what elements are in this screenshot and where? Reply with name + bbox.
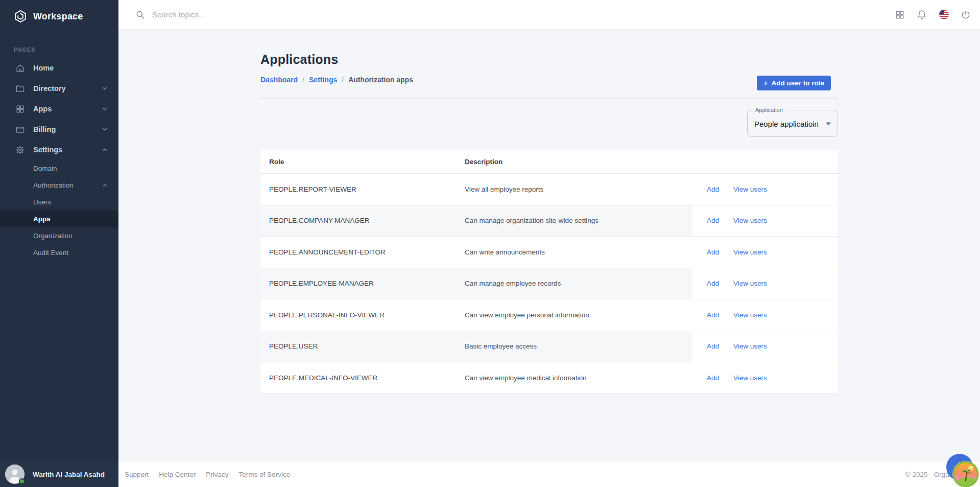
row-actions: Add View users xyxy=(692,174,838,205)
application-select-label: Application xyxy=(753,107,785,113)
hexagon-logo-icon xyxy=(14,10,27,23)
role-cell: PEOPLE.REPORT-VIEWER xyxy=(260,174,465,205)
table-row: PEOPLE.USER Basic employee access Add Vi… xyxy=(260,331,838,363)
language-button[interactable] xyxy=(939,10,949,20)
search-bar xyxy=(135,10,895,19)
add-link[interactable]: Add xyxy=(707,185,719,193)
logout-button[interactable] xyxy=(961,10,971,20)
add-link[interactable]: Add xyxy=(707,374,719,382)
column-header-description: Description xyxy=(465,158,692,166)
row-actions: Add View users xyxy=(692,268,838,299)
row-actions: Add View users xyxy=(692,331,838,362)
search-input[interactable] xyxy=(152,10,367,19)
description-cell: Basic employee access xyxy=(465,331,692,362)
island-sticker-icon[interactable] xyxy=(953,461,978,487)
sidebar-nav: Home Directory Apps Billing xyxy=(0,58,118,261)
description-cell: View all employee reports xyxy=(465,174,692,205)
workspace-logo[interactable]: Workspace xyxy=(0,0,118,31)
workspace-logo-text: Workspace xyxy=(33,11,83,22)
chevron-up-icon xyxy=(101,146,108,153)
footer-link-terms[interactable]: Terms of Service xyxy=(239,471,291,478)
filter-row: Application People applicatioin xyxy=(260,99,838,150)
footer-link-privacy[interactable]: Privacy xyxy=(206,471,228,478)
column-header-role: Role xyxy=(260,158,465,166)
sidebar-subitem-label: Users xyxy=(33,198,51,206)
sidebar: Workspace PAGES Home Directory Apps xyxy=(0,0,118,487)
sidebar-item-label: Apps xyxy=(33,105,52,113)
view-users-link[interactable]: View users xyxy=(733,217,767,224)
description-cell: Can view employee personal information xyxy=(465,299,692,331)
breadcrumb-separator: / xyxy=(342,76,344,84)
sidebar-subitem-organization[interactable]: Organization xyxy=(0,227,118,244)
sidebar-subitem-label: Audit Event xyxy=(33,249,68,257)
description-cell: Can manage employee records xyxy=(465,268,692,299)
breadcrumb-settings[interactable]: Settings xyxy=(309,76,337,84)
role-cell: PEOPLE.COMPANY-MANAGER xyxy=(260,205,465,237)
sidebar-subitem-users[interactable]: Users xyxy=(0,194,118,211)
palm-tree-icon xyxy=(958,467,973,482)
breadcrumb-dashboard[interactable]: Dashboard xyxy=(260,76,298,84)
grid-icon xyxy=(15,104,25,114)
sidebar-item-directory[interactable]: Directory xyxy=(0,78,118,99)
sidebar-subitem-authorization[interactable]: Authorization xyxy=(0,177,118,194)
us-flag-icon xyxy=(939,10,949,19)
description-cell: Can view employee medical information xyxy=(465,362,692,393)
sidebar-item-billing[interactable]: Billing xyxy=(0,119,118,140)
gear-icon xyxy=(15,145,25,155)
sidebar-subitem-apps[interactable]: Apps xyxy=(0,211,118,227)
sidebar-subitem-domain[interactable]: Domain xyxy=(0,160,118,177)
sidebar-item-home[interactable]: Home xyxy=(0,58,118,78)
sidebar-subitem-label: Domain xyxy=(33,165,57,172)
apps-launcher-button[interactable] xyxy=(895,10,905,20)
row-actions: Add View users xyxy=(692,205,838,237)
sidebar-item-settings[interactable]: Settings xyxy=(0,140,118,160)
breadcrumb: Dashboard / Settings / Authorization app… xyxy=(260,76,838,84)
breadcrumb-current: Authorization apps xyxy=(348,76,413,84)
chevron-down-icon xyxy=(101,105,108,112)
view-users-link[interactable]: View users xyxy=(733,342,767,350)
sidebar-user[interactable]: Warith Al Jabal Asahd xyxy=(0,461,118,487)
add-link[interactable]: Add xyxy=(707,342,719,350)
folder-icon xyxy=(15,84,25,94)
footer: Support Help Center Privacy Terms of Ser… xyxy=(118,461,980,487)
view-users-link[interactable]: View users xyxy=(733,185,767,193)
add-user-to-role-button[interactable]: + Add user to role xyxy=(757,76,831,90)
sidebar-subitem-audit-event[interactable]: Audit Event xyxy=(0,244,118,261)
view-users-link[interactable]: View users xyxy=(733,248,767,256)
view-users-link[interactable]: View users xyxy=(733,311,767,319)
row-actions: Add View users xyxy=(692,362,838,393)
table-row: PEOPLE.ANNOUNCEMENT-EDITOR Can write ann… xyxy=(260,237,838,268)
add-user-to-role-label: Add user to role xyxy=(771,79,824,87)
user-name: Warith Al Jabal Asahd xyxy=(33,471,105,478)
search-icon xyxy=(135,10,145,19)
application-select[interactable]: Application People applicatioin xyxy=(747,110,838,137)
notifications-button[interactable] xyxy=(917,10,927,20)
add-link[interactable]: Add xyxy=(707,280,719,287)
power-icon xyxy=(961,10,971,20)
row-actions: Add View users xyxy=(692,237,838,268)
home-icon xyxy=(15,63,25,73)
page-title: Applications xyxy=(260,52,838,67)
role-cell: PEOPLE.ANNOUNCEMENT-EDITOR xyxy=(260,237,465,268)
add-link[interactable]: Add xyxy=(707,217,719,224)
footer-link-support[interactable]: Support xyxy=(125,471,149,478)
table-header: Role Description xyxy=(260,150,838,174)
sidebar-subitem-label: Authorization xyxy=(33,181,74,189)
roles-table: Role Description PEOPLE.REPORT-VIEWER Vi… xyxy=(260,150,838,394)
add-link[interactable]: Add xyxy=(707,311,719,319)
role-cell: PEOPLE.EMPLOYEE-MANAGER xyxy=(260,268,465,299)
table-row: PEOPLE.REPORT-VIEWER View all employee r… xyxy=(260,174,838,205)
view-users-link[interactable]: View users xyxy=(733,280,767,287)
add-link[interactable]: Add xyxy=(707,248,719,256)
application-select-value: People applicatioin xyxy=(754,119,819,128)
sidebar-item-label: Directory xyxy=(33,84,66,92)
avatar xyxy=(5,465,25,484)
sidebar-item-apps[interactable]: Apps xyxy=(0,99,118,119)
sidebar-subitem-label: Organization xyxy=(33,232,73,240)
view-users-link[interactable]: View users xyxy=(733,374,767,382)
sidebar-item-label: Settings xyxy=(33,146,62,154)
role-cell: PEOPLE.PERSONAL-INFO-VIEWER xyxy=(260,299,465,331)
sidebar-item-label: Billing xyxy=(33,125,56,133)
footer-link-help-center[interactable]: Help Center xyxy=(159,471,196,478)
chevron-down-icon xyxy=(101,85,108,92)
